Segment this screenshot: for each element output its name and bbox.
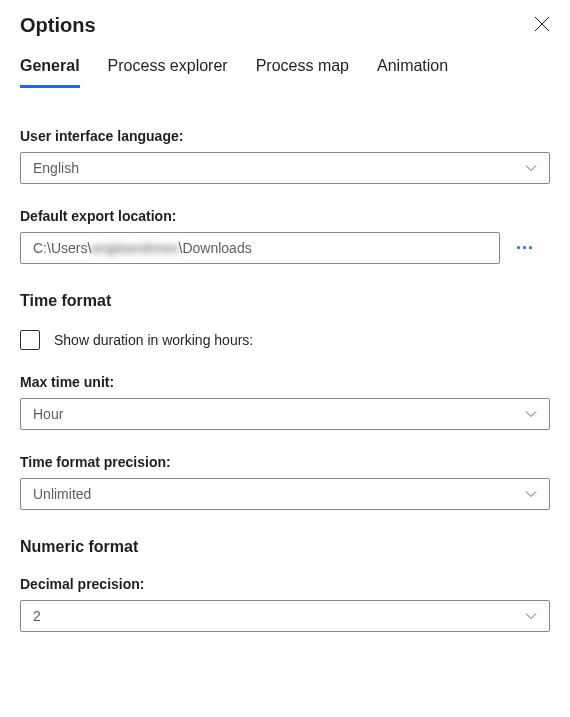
close-icon[interactable] — [534, 14, 550, 35]
max-time-unit-value: Hour — [33, 406, 63, 422]
time-precision-select[interactable]: Unlimited — [20, 478, 550, 510]
export-path-suffix: \Downloads — [179, 240, 252, 256]
language-value: English — [33, 160, 79, 176]
tabs-bar: General Process explorer Process map Ani… — [20, 57, 550, 88]
export-location-input[interactable]: C:\Users\angieandrews\Downloads — [20, 232, 500, 264]
show-duration-checkbox[interactable] — [20, 330, 40, 350]
chevron-down-icon — [525, 488, 537, 500]
chevron-down-icon — [525, 610, 537, 622]
browse-more-icon[interactable]: ··· — [512, 239, 538, 257]
tab-process-explorer[interactable]: Process explorer — [108, 57, 228, 88]
language-select[interactable]: English — [20, 152, 550, 184]
time-precision-label: Time format precision: — [20, 454, 550, 470]
decimal-precision-value: 2 — [33, 608, 41, 624]
decimal-precision-select[interactable]: 2 — [20, 600, 550, 632]
numeric-format-section-title: Numeric format — [20, 538, 550, 556]
max-time-unit-label: Max time unit: — [20, 374, 550, 390]
tab-process-map[interactable]: Process map — [256, 57, 349, 88]
language-label: User interface language: — [20, 128, 550, 144]
decimal-precision-label: Decimal precision: — [20, 576, 550, 592]
show-duration-label: Show duration in working hours: — [54, 332, 253, 348]
export-path-user: angieandrews — [91, 240, 178, 256]
chevron-down-icon — [525, 408, 537, 420]
export-path-prefix: C:\Users\ — [33, 240, 91, 256]
time-format-section-title: Time format — [20, 292, 550, 310]
max-time-unit-select[interactable]: Hour — [20, 398, 550, 430]
time-precision-value: Unlimited — [33, 486, 91, 502]
tab-general[interactable]: General — [20, 57, 80, 88]
dialog-title: Options — [20, 14, 96, 37]
tab-animation[interactable]: Animation — [377, 57, 448, 88]
export-location-label: Default export location: — [20, 208, 550, 224]
chevron-down-icon — [525, 162, 537, 174]
